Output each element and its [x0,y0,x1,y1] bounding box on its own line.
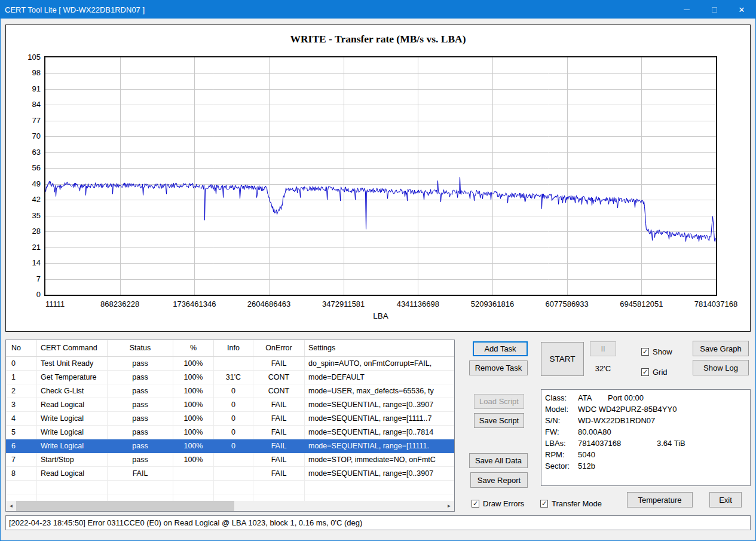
scroll-right-icon[interactable]: ► [444,501,454,511]
table-cell: pass [108,398,173,412]
table-row[interactable]: 7Start/Stoppass100%FAILmode=STOP, immedi… [6,453,454,467]
table-row[interactable]: 2Check G-Listpass100%0CONTmode=USER, max… [6,384,454,398]
table-cell: FAIL [253,467,305,481]
table-row[interactable]: 1Get Temperaturepass100%31'CCONTmode=DEF… [6,371,454,384]
y-tick-label: 35 [10,211,41,220]
app-window: CERT Tool Lite [ WD-WX22DB1RDN07 ] ✕ WRI… [0,0,756,541]
exit-button[interactable]: Exit [709,492,742,508]
column-header[interactable]: CERT Command [37,340,108,356]
add-task-button[interactable]: Add Task [473,341,528,356]
draw-errors-checkbox[interactable]: ✓ Draw Errors [472,499,524,508]
checkbox-label: Transfer Mode [552,499,602,508]
table-cell: FAIL [253,398,305,412]
column-header[interactable]: Info [214,340,253,356]
table-cell: FAIL [253,453,305,467]
x-axis-label: LBA [45,311,716,320]
table-row[interactable]: 3Read Logicalpass100%0FAILmode=SEQUENTIA… [6,398,454,412]
scroll-left-icon[interactable]: ◄ [6,501,16,511]
y-tick-label: 63 [10,148,41,157]
table-cell: pass [108,371,173,384]
close-button[interactable]: ✕ [728,1,755,19]
table-cell: Write Logical [37,439,108,453]
table-cell: 0 [214,398,253,412]
temperature-button[interactable]: Temperature [627,492,693,508]
table-cell: mode=SEQUENTIAL, range=[0..3907 [305,467,454,481]
table-row[interactable]: 8Read LogicalFAILFAILmode=SEQUENTIAL, ra… [6,467,454,481]
start-button[interactable]: START [541,342,584,376]
y-tick-label: 84 [10,100,41,109]
drive-info-text: S/N: [545,415,578,426]
table-cell: FAIL [253,426,305,439]
checkbox-box: ✓ [472,500,479,508]
table-row[interactable]: 4Write Logicalpass100%0FAILmode=SEQUENTI… [6,412,454,426]
column-header[interactable]: Settings [305,340,454,356]
table-cell: FAIL [253,439,305,453]
remove-task-button[interactable]: Remove Task [469,360,528,375]
show-log-button[interactable]: Show Log [693,360,749,375]
table-row[interactable]: 5Write Logicalpass100%0FAILmode=SEQUENTI… [6,426,454,439]
save-script-button[interactable]: Save Script [474,413,524,428]
chart-title: WRITE - Transfer rate (MB/s vs. LBA) [6,33,750,45]
column-header[interactable]: Status [108,340,173,356]
table-cell [214,357,253,371]
table-cell: pass [108,384,173,398]
scrollbar-thumb[interactable] [16,501,234,511]
checkbox-box: ✓ [641,368,649,376]
table-cell: pass [108,412,173,426]
table-cell: 8 [6,467,37,481]
x-tick-label: 5209361816 [457,299,528,308]
minimize-icon [684,10,690,10]
grid-checkbox[interactable]: ✓ Grid [641,367,668,377]
table-cell: Check G-List [37,384,108,398]
y-tick-label: 0 [10,290,41,299]
table-header: NoCERT CommandStatus%InfoOnErrorSettings [6,340,454,357]
x-tick-label: 2604686463 [233,299,305,308]
save-graph-button[interactable]: Save Graph [693,341,749,356]
transfer-mode-checkbox[interactable]: ✓ Transfer Mode [540,499,602,508]
column-header[interactable]: % [173,340,214,356]
table-cell: Start/Stop [37,453,108,467]
table-cell: pass [108,357,173,371]
titlebar: CERT Tool Lite [ WD-WX22DB1RDN07 ] ✕ [1,1,755,19]
table-row[interactable]: 0Test Unit Readypass100%FAILdo_spin=AUTO… [6,357,454,371]
drive-info-text: FW: [545,426,578,438]
table-cell: do_spin=AUTO, onFmtCorrupt=FAIL, [305,357,454,371]
table-cell: 2 [6,384,37,398]
table-row[interactable]: 6Write Logicalpass100%0FAILmode=SEQUENTI… [6,439,454,453]
table-cell [173,481,214,494]
save-all-data-button[interactable]: Save All Data [469,453,528,468]
table-cell: mode=STOP, immediate=NO, onFmtC [305,453,454,467]
drive-info-row: Class:ATAPort 00:00 [545,392,746,404]
x-tick-label: 1736461346 [158,299,230,308]
x-tick-label: 6077586933 [531,299,603,308]
table-cell: Test Unit Ready [37,357,108,371]
table-cell: pass [108,426,173,439]
x-tick-label: 4341136698 [382,299,454,308]
table-cell: pass [108,439,173,453]
table-cell [214,467,253,481]
table-cell: 0 [214,426,253,439]
checkbox-label: Draw Errors [483,499,524,508]
y-tick-label: 14 [10,258,41,267]
table-row-empty[interactable] [6,481,454,494]
table-cell: 0 [214,412,253,426]
save-report-button[interactable]: Save Report [470,472,528,488]
column-header[interactable]: OnError [253,340,305,356]
drive-info-text: 3.64 TiB [657,438,685,449]
horizontal-scrollbar[interactable]: ◄ ► [6,501,454,511]
table-cell: 100% [173,398,214,412]
x-tick-label: 6945812051 [605,299,677,308]
drive-info-text: ATA [578,392,608,404]
show-checkbox[interactable]: ✓ Show [641,347,672,356]
table-cell: 4 [6,412,37,426]
table-cell: FAIL [108,467,173,481]
checkbox-box: ✓ [641,348,649,356]
drive-info-box: Class:ATAPort 00:00Model:WDC WD42PURZ-85… [541,389,751,486]
drive-info-text: 80.00A80 [578,426,657,438]
y-tick-label: 56 [10,163,41,172]
plot-frame [44,56,717,296]
minimize-button[interactable] [673,1,700,19]
column-header[interactable]: No [6,340,37,356]
table-cell: 100% [173,439,214,453]
table-cell: 100% [173,371,214,384]
